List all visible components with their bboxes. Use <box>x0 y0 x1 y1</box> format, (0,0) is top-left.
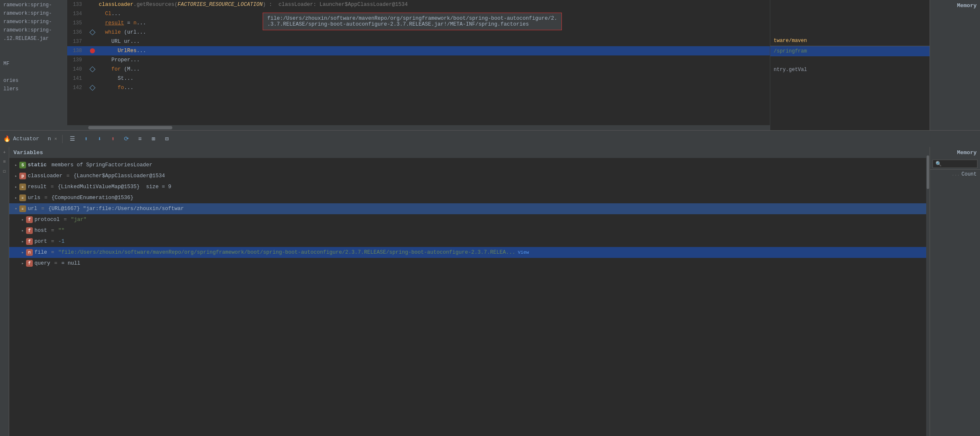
var-value-url: {URL@1667} "jar:file:/Users/zhouxin/soft… <box>48 206 184 212</box>
sidebar-item-3[interactable]: ramework:spring- <box>0 18 67 26</box>
tab-close-button[interactable]: × <box>54 137 57 142</box>
var-item-static[interactable]: S static members of SpringFactoriesLoade… <box>9 160 926 171</box>
sidebar-item-ories[interactable]: ories <box>0 76 67 85</box>
code-line-139: 139 Proper... <box>67 55 770 65</box>
line-number-140: 140 <box>67 66 86 72</box>
sidebar-item-1[interactable]: ramework:spring- <box>0 1 67 9</box>
var-icon-protocol: f <box>26 216 33 223</box>
expand-url[interactable] <box>13 205 19 212</box>
expand-port[interactable] <box>19 238 26 245</box>
var-item-classloader[interactable]: p classLoader = {Launcher$AppClassLoader… <box>9 171 926 181</box>
expand-static[interactable] <box>13 162 19 168</box>
expand-result[interactable] <box>13 184 19 190</box>
memory-panel-top: Memory <box>930 0 980 130</box>
toolbar-step-out[interactable]: ⬆ <box>108 134 118 144</box>
var-value-host: "" <box>58 228 65 234</box>
horizontal-scrollbar[interactable] <box>67 125 770 130</box>
toolbar-step-into[interactable]: ⬇ <box>95 134 105 144</box>
toolbar-run-to-cursor[interactable]: ⟳ <box>121 134 132 144</box>
gutter-136 <box>86 30 99 34</box>
toolbar-list-icon[interactable]: ☰ <box>68 134 78 144</box>
line-number-139: 139 <box>67 57 86 63</box>
var-icon-url: ≡ <box>19 205 26 212</box>
var-item-file[interactable]: ⊓ file = "file:/Users/zhouxin/software/m… <box>9 247 926 258</box>
expand-urls[interactable] <box>13 194 19 201</box>
var-sep-url: = <box>38 206 48 212</box>
expand-file[interactable] <box>19 249 26 256</box>
tooltip-line1: file:/Users/zhouxin/software/mavenRepo/o… <box>267 16 557 21</box>
line-content-138: UrlRes... <box>99 48 770 54</box>
variables-header: Variables <box>9 147 926 158</box>
line-content-140: for (M... <box>99 66 770 72</box>
line-content-139: Proper... <box>99 57 770 63</box>
var-sep-query: = <box>51 260 61 266</box>
count-dots: ... <box>951 172 960 177</box>
var-sep-protocol: = <box>61 217 70 223</box>
far-left-icon-3[interactable]: ◻ <box>1 167 8 175</box>
line-number-134: 134 <box>67 11 86 17</box>
var-item-port[interactable]: f port = -1 <box>9 236 926 247</box>
sidebar-item-llers[interactable]: llers <box>0 85 67 93</box>
sidebar-item-2[interactable]: ramework:spring- <box>0 9 67 18</box>
expand-host[interactable] <box>19 227 26 234</box>
var-item-urls[interactable]: ≡ urls = {CompoundEnumeration@1536} <box>9 192 926 203</box>
toolbar-evaluate[interactable]: ≡ <box>135 134 145 144</box>
variables-list: S static members of SpringFactoriesLoade… <box>9 158 926 436</box>
var-sep-urls: = <box>41 195 51 201</box>
var-item-host[interactable]: f host = "" <box>9 225 926 236</box>
expand-protocol[interactable] <box>19 216 26 223</box>
var-sep-file: = <box>48 250 58 255</box>
var-value-result: {LinkedMultiValueMap@1535} size = 9 <box>58 184 171 190</box>
line-number-142: 142 <box>67 85 86 91</box>
var-value-query: = null <box>61 260 80 266</box>
var-item-url[interactable]: ≡ url = {URL@1667} "jar:file:/Users/zhou… <box>9 203 926 214</box>
var-item-result[interactable]: ≡ result = {LinkedMultiValueMap@1535} si… <box>9 181 926 192</box>
memory-search-input[interactable] <box>933 160 977 168</box>
divider-1 <box>62 135 63 143</box>
variables-panel: Variables S static members of SpringFact… <box>9 147 926 436</box>
var-name-protocol: protocol <box>34 217 60 223</box>
var-sep-classloader: = <box>63 173 73 179</box>
var-name-host: host <box>34 228 47 234</box>
var-name-classloader: classLoader <box>28 173 63 179</box>
var-value-port: -1 <box>58 239 65 244</box>
var-item-query[interactable]: f query = = null <box>9 258 926 269</box>
right-panel-item-3[interactable]: ntry.getVal <box>770 65 930 75</box>
var-value-protocol: "jar" <box>71 217 87 223</box>
gutter-140 <box>86 67 99 71</box>
gutter-142 <box>86 86 99 90</box>
toolbar-more[interactable]: ⊟ <box>162 134 172 144</box>
right-panel-item-1[interactable]: tware/maven <box>770 36 930 46</box>
var-sep-static <box>47 162 51 168</box>
file-view-link[interactable]: View <box>518 250 529 255</box>
line-content-136: while (url... <box>99 29 770 35</box>
sidebar-item-mf[interactable]: MF <box>0 60 67 68</box>
toolbar-table-view[interactable]: ⊞ <box>148 134 158 144</box>
call-stack-panel: tware/maven /springfram ntry.getVal <box>770 0 930 130</box>
debug-diamond-142 <box>90 85 95 91</box>
far-left-icon-2[interactable]: ≡ <box>1 158 8 165</box>
line-number-136: 136 <box>67 29 86 35</box>
var-item-protocol[interactable]: f protocol = "jar" <box>9 214 926 225</box>
right-panel-item-2[interactable]: /springfram <box>770 46 930 56</box>
expand-query[interactable] <box>19 260 26 267</box>
breakpoint-138[interactable] <box>90 48 95 53</box>
gutter-138 <box>86 48 99 53</box>
memory-count-panel: Memory ... Count <box>930 147 980 436</box>
tab-name: n <box>47 136 51 142</box>
debug-diamond-136 <box>90 29 95 35</box>
debug-tab[interactable]: 🔥 Actuator <box>3 135 39 142</box>
sidebar-item-5[interactable]: .12.RELEASE.jar <box>0 34 67 43</box>
expand-classloader[interactable] <box>13 173 19 179</box>
far-left-icon-1[interactable]: + <box>1 149 8 156</box>
var-value-classloader: {Launcher$AppClassLoader@1534 <box>74 173 165 179</box>
variables-scrollbar[interactable] <box>926 147 930 436</box>
scrollbar-thumb[interactable] <box>88 126 172 129</box>
line-content-137: URL ur... <box>99 39 770 45</box>
scrollbar-thumb-v[interactable] <box>927 155 929 189</box>
line-content-141: St... <box>99 76 770 81</box>
var-name-result: result <box>28 184 47 190</box>
var-icon-classloader: p <box>19 173 26 179</box>
sidebar-item-4[interactable]: ramework:spring- <box>0 26 67 34</box>
toolbar-step-over[interactable]: ⬆ <box>81 134 91 144</box>
